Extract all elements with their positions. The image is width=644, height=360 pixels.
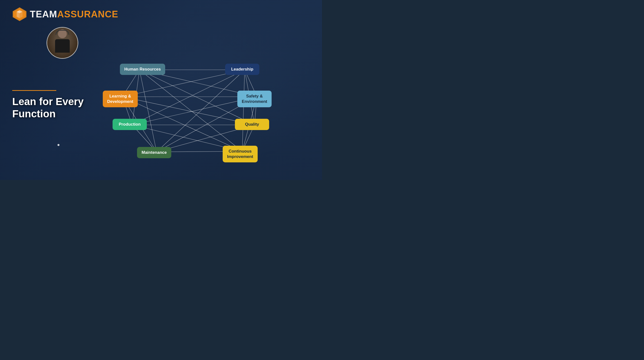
person-body (55, 39, 70, 53)
avatar-inner (47, 28, 78, 58)
page-title: Lean for Every Function (12, 96, 84, 120)
cursor (58, 144, 60, 146)
main-content: TEAMASSURANCE Lean for Every Function (0, 0, 322, 180)
svg-line-17 (242, 70, 245, 151)
teamassurance-logo-icon (12, 7, 27, 22)
svg-line-10 (140, 70, 156, 152)
logo-assurance: ASSURANCE (57, 9, 118, 19)
node-quality: Quality (235, 119, 269, 130)
node-human-resources: Human Resources (120, 64, 165, 75)
svg-line-14 (132, 70, 245, 125)
node-leadership: Leadership (225, 64, 259, 75)
presenter-avatar (46, 27, 78, 59)
logo-text: TEAMASSURANCE (30, 9, 118, 20)
title-area: Lean for Every Function (12, 96, 84, 120)
headset-icon (56, 30, 69, 35)
logo-area: TEAMASSURANCE (12, 7, 118, 22)
node-learning-development: Learning &Development (103, 91, 138, 107)
node-safety-environment: Safety &Environment (237, 91, 272, 107)
accent-divider (12, 90, 56, 91)
node-continuous-improvement: ContinuousImprovement (223, 146, 258, 162)
logo-team: TEAM (30, 9, 57, 19)
node-production: Production (112, 119, 147, 130)
network-diagram: Human Resources Leadership Learning &Dev… (81, 34, 301, 164)
node-maintenance: Maintenance (137, 147, 171, 158)
